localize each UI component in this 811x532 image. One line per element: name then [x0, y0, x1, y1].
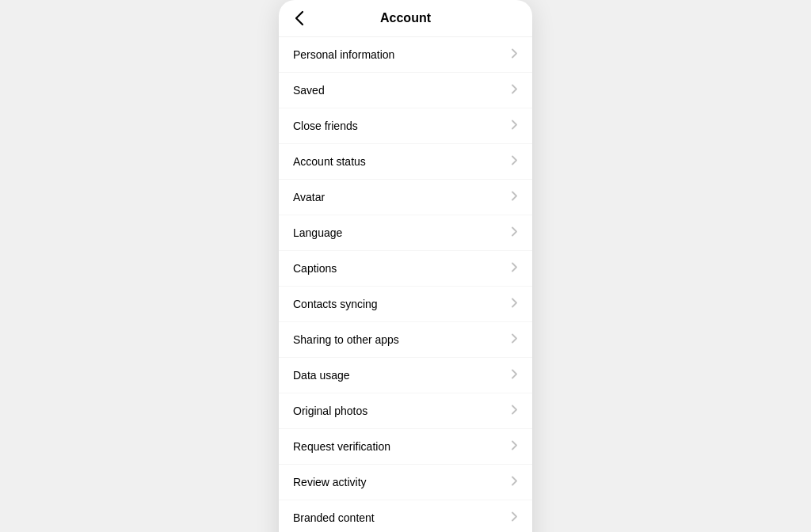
menu-item-label-contacts-syncing: Contacts syncing	[293, 298, 378, 310]
menu-list: Personal informationSavedClose friendsAc…	[279, 37, 532, 532]
menu-item-label-language: Language	[293, 226, 342, 239]
menu-item-label-request-verification: Request verification	[293, 440, 390, 453]
chevron-icon-account-status	[512, 155, 518, 168]
menu-item-label-account-status: Account status	[293, 155, 366, 168]
chevron-icon-language	[512, 226, 518, 239]
chevron-icon-original-photos	[512, 405, 518, 417]
chevron-icon-close-friends	[512, 120, 518, 132]
menu-item-contacts-syncing[interactable]: Contacts syncing	[279, 287, 532, 322]
menu-item-personal-information[interactable]: Personal information	[279, 37, 532, 73]
chevron-icon-avatar	[512, 191, 518, 203]
chevron-icon-contacts-syncing	[512, 298, 518, 310]
menu-item-captions[interactable]: Captions	[279, 251, 532, 287]
menu-item-label-sharing-to-other-apps: Sharing to other apps	[293, 333, 399, 346]
chevron-icon-review-activity	[512, 476, 518, 488]
menu-item-label-data-usage: Data usage	[293, 369, 350, 382]
phone-container: Account Personal informationSavedClose f…	[279, 0, 532, 532]
chevron-icon-request-verification	[512, 440, 518, 453]
menu-item-data-usage[interactable]: Data usage	[279, 358, 532, 393]
menu-item-request-verification[interactable]: Request verification	[279, 429, 532, 465]
menu-item-label-avatar: Avatar	[293, 191, 325, 203]
menu-item-language[interactable]: Language	[279, 215, 532, 251]
menu-item-account-status[interactable]: Account status	[279, 144, 532, 180]
chevron-icon-personal-information	[512, 48, 518, 61]
chevron-icon-sharing-to-other-apps	[512, 333, 518, 346]
back-button[interactable]	[291, 7, 307, 29]
menu-item-label-saved: Saved	[293, 84, 325, 97]
menu-item-label-close-friends: Close friends	[293, 120, 358, 132]
chevron-icon-branded-content	[512, 511, 518, 524]
header: Account	[279, 0, 532, 37]
page-title: Account	[380, 11, 431, 25]
menu-item-label-review-activity: Review activity	[293, 476, 367, 488]
menu-item-close-friends[interactable]: Close friends	[279, 108, 532, 144]
menu-item-label-captions: Captions	[293, 262, 337, 275]
menu-item-label-personal-information: Personal information	[293, 48, 394, 61]
chevron-icon-captions	[512, 262, 518, 275]
menu-item-saved[interactable]: Saved	[279, 73, 532, 108]
menu-item-original-photos[interactable]: Original photos	[279, 393, 532, 429]
menu-item-branded-content[interactable]: Branded content	[279, 500, 532, 532]
chevron-icon-data-usage	[512, 369, 518, 382]
chevron-icon-saved	[512, 84, 518, 97]
menu-item-review-activity[interactable]: Review activity	[279, 465, 532, 500]
menu-item-avatar[interactable]: Avatar	[279, 180, 532, 215]
menu-item-label-branded-content: Branded content	[293, 511, 375, 524]
menu-item-sharing-to-other-apps[interactable]: Sharing to other apps	[279, 322, 532, 358]
menu-item-label-original-photos: Original photos	[293, 405, 367, 417]
